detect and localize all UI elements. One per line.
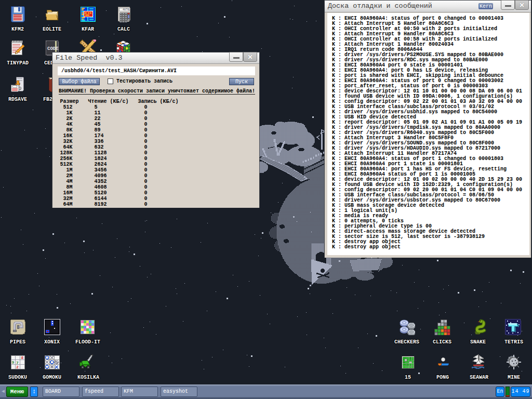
svg-text:CODE: CODE [47, 46, 59, 51]
svg-text:9: 9 [12, 360, 15, 365]
svg-text:4878: 4878 [123, 8, 129, 11]
svg-text:8: 8 [21, 355, 24, 360]
svg-text:2: 2 [16, 365, 19, 369]
